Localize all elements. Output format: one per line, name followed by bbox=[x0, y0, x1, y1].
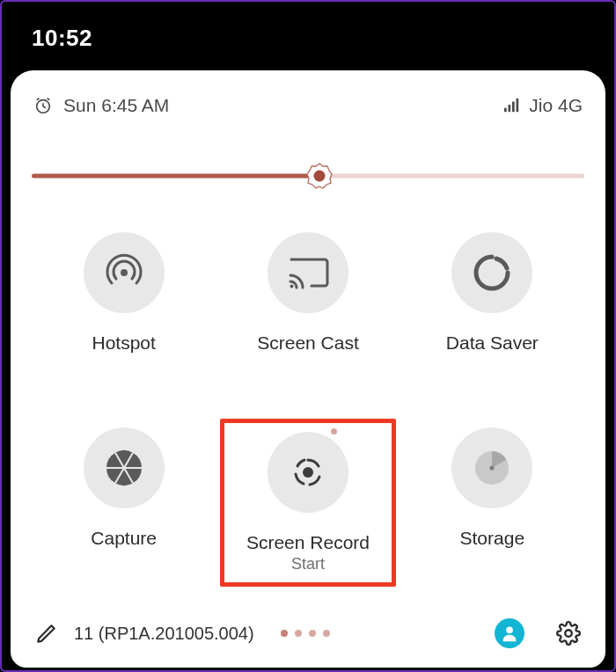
build-number: 11 (RP1A.201005.004) bbox=[74, 624, 254, 644]
data-saver-icon bbox=[472, 252, 512, 293]
tile-label: Screen Record bbox=[246, 532, 370, 553]
svg-point-8 bbox=[290, 285, 293, 289]
tile-label: Data Saver bbox=[446, 332, 539, 354]
tile-screen-record[interactable]: Screen Record Start bbox=[220, 419, 396, 587]
status-time: Sun 6:45 AM bbox=[63, 95, 169, 116]
svg-rect-2 bbox=[509, 105, 511, 112]
tile-label: Screen Cast bbox=[257, 332, 359, 354]
quick-settings-panel: Sun 6:45 AM Jio 4G bbox=[11, 70, 605, 668]
person-icon bbox=[500, 624, 519, 643]
tile-sublabel: Start bbox=[291, 555, 325, 573]
tile-label: Capture bbox=[91, 528, 157, 549]
svg-point-7 bbox=[121, 269, 128, 276]
hotspot-icon bbox=[104, 252, 144, 293]
svg-point-17 bbox=[490, 466, 495, 471]
svg-rect-1 bbox=[504, 108, 507, 113]
tile-capture[interactable]: Capture bbox=[36, 419, 212, 587]
svg-rect-3 bbox=[512, 102, 515, 113]
brightness-slider[interactable] bbox=[32, 164, 584, 188]
settings-icon[interactable] bbox=[556, 621, 581, 646]
svg-point-15 bbox=[303, 467, 313, 478]
slider-thumb[interactable] bbox=[306, 163, 333, 189]
recording-indicator-icon bbox=[331, 428, 337, 435]
panel-footer: 11 (RP1A.201005.004) bbox=[32, 618, 584, 654]
svg-point-18 bbox=[506, 626, 513, 633]
tile-data-saver[interactable]: Data Saver bbox=[404, 223, 580, 362]
page-indicator bbox=[281, 630, 330, 637]
tile-screen-cast[interactable]: Screen Cast bbox=[220, 223, 396, 362]
tile-hotspot[interactable]: Hotspot bbox=[36, 223, 212, 362]
tile-label: Hotspot bbox=[92, 332, 155, 354]
alarm-icon bbox=[33, 96, 53, 115]
signal-icon bbox=[502, 98, 522, 113]
tile-label: Storage bbox=[460, 528, 525, 549]
screen-record-icon bbox=[289, 453, 327, 492]
svg-rect-4 bbox=[517, 99, 519, 112]
status-bar: Sun 6:45 AM Jio 4G bbox=[32, 91, 584, 116]
network-label: Jio 4G bbox=[529, 95, 583, 116]
svg-point-19 bbox=[565, 630, 571, 636]
tiles-grid: Hotspot Screen Cast Data Saver bbox=[32, 223, 584, 587]
edit-icon[interactable] bbox=[35, 622, 58, 645]
device-clock: 10:52 bbox=[32, 25, 92, 52]
svg-point-6 bbox=[313, 171, 325, 182]
tile-storage[interactable]: Storage bbox=[404, 419, 580, 587]
aperture-icon bbox=[104, 448, 144, 488]
user-avatar[interactable] bbox=[495, 618, 524, 648]
cast-icon bbox=[287, 255, 329, 290]
storage-icon bbox=[472, 448, 512, 488]
